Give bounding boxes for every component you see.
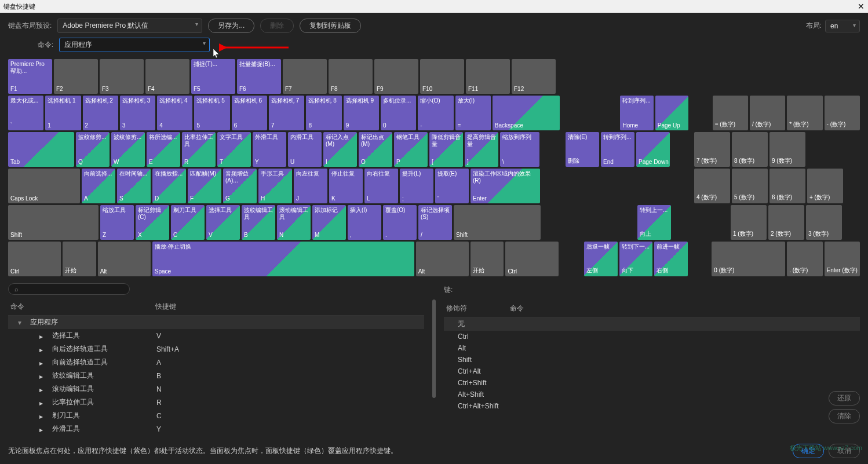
key-4[interactable]: 选择相机 44 — [157, 96, 192, 130]
key-i[interactable]: 标记入点(M)I — [323, 132, 357, 167]
modifier-row[interactable]: Alt+Shift — [444, 389, 860, 400]
key-[interactable]: 插入(I), — [348, 205, 381, 240]
key-0[interactable]: 多机位录...0 — [381, 96, 416, 130]
key-d[interactable]: 在播放指...D — [152, 169, 186, 203]
key-m[interactable]: 添加标记M — [312, 205, 346, 240]
key-[interactable]: / (数字) — [750, 96, 785, 130]
key-f10[interactable]: F10 — [420, 59, 464, 94]
key-3[interactable]: 3 (数字) — [806, 205, 842, 240]
key-3[interactable]: 选择相机 33 — [120, 96, 155, 130]
key-[interactable]: 转到下一...向下 — [619, 242, 652, 276]
key-f1[interactable]: Premiere Pro 帮助...F1 — [8, 59, 52, 94]
key-pagedown[interactable]: Page Down — [636, 132, 670, 167]
key-[interactable]: 缩放到序列\ — [500, 132, 539, 167]
key-backspace[interactable]: Backspace — [493, 96, 560, 130]
key-x[interactable]: 标记剪辑(C)X — [136, 205, 169, 240]
key-[interactable]: + (数字) — [807, 169, 843, 203]
modifier-row[interactable]: Alt — [444, 342, 860, 354]
key-tab[interactable]: Tab — [8, 132, 74, 167]
search-input[interactable] — [8, 283, 130, 295]
key-y[interactable]: 外滑工具Y — [253, 132, 286, 167]
key-4[interactable]: 4 (数字) — [694, 169, 730, 203]
key-[interactable]: 放大(I)= — [455, 96, 491, 130]
key-f5[interactable]: 捕捉(T)...F5 — [191, 59, 235, 94]
layout-dropdown[interactable]: en — [825, 20, 860, 32]
key-r[interactable]: 比率拉伸工具R — [182, 132, 216, 167]
key-[interactable]: 开始 — [471, 242, 504, 276]
key-f3[interactable]: F3 — [100, 59, 144, 94]
command-dropdown[interactable]: 应用程序 — [59, 38, 210, 52]
key-n[interactable]: 滚动编辑工具N — [277, 205, 311, 240]
command-row[interactable]: ▾应用程序 — [8, 316, 424, 329]
key-shift[interactable]: Shift — [8, 205, 99, 240]
key-2[interactable]: 选择相机 22 — [83, 96, 118, 130]
key-5[interactable]: 选择相机 55 — [194, 96, 229, 130]
key-9[interactable]: 选择相机 99 — [344, 96, 379, 130]
command-row[interactable]: ▸比率拉伸工具R — [8, 396, 424, 409]
key-g[interactable]: 音频增益(A)...G — [223, 169, 257, 203]
key-j[interactable]: 向左往复J — [294, 169, 327, 203]
scrollbar[interactable] — [432, 299, 436, 398]
command-row[interactable]: ▸滚动编辑工具N — [8, 382, 424, 396]
key-7[interactable]: 7 (数字) — [694, 132, 730, 167]
key-capslock[interactable]: Caps Lock — [8, 169, 80, 203]
key-1[interactable]: 选择相机 11 — [45, 96, 81, 130]
key-e[interactable]: 将所选编...E — [147, 132, 180, 167]
key-6[interactable]: 选择相机 66 — [232, 96, 267, 130]
key-1[interactable]: 1 (数字) — [731, 205, 767, 240]
command-row[interactable]: ▸剃刀工具C — [8, 409, 424, 422]
key-f6[interactable]: 批量捕捉(B)...F6 — [237, 59, 281, 94]
key-[interactable]: 转到上一...向上 — [637, 205, 671, 240]
key-[interactable]: = (数字) — [713, 96, 748, 130]
key-ctrl[interactable]: Ctrl — [8, 242, 61, 276]
key-[interactable]: 覆盖(O). — [383, 205, 417, 240]
key-alt[interactable]: Alt — [98, 242, 151, 276]
key-8[interactable]: 选择相机 88 — [306, 96, 341, 130]
key-f2[interactable]: F2 — [54, 59, 98, 94]
key-f9[interactable]: F9 — [374, 59, 418, 94]
key-u[interactable]: 内滑工具U — [288, 132, 322, 167]
key-c[interactable]: 剃刀工具C — [171, 205, 205, 240]
key-space[interactable]: 播放-停止切换Space — [152, 242, 414, 276]
cancel-button[interactable]: 取消 — [829, 444, 860, 458]
copy-clipboard-button[interactable]: 复制到剪贴板 — [300, 19, 361, 33]
key-[interactable]: * (数字) — [787, 96, 822, 130]
key-f11[interactable]: F11 — [466, 59, 510, 94]
key-pageup[interactable]: Page Up — [655, 96, 688, 130]
key-v[interactable]: 选择工具V — [206, 205, 240, 240]
modifier-row[interactable]: Ctrl+Alt — [444, 366, 860, 377]
key-enter[interactable]: Enter (数字) — [825, 242, 860, 276]
command-row[interactable]: ▸选择工具V — [8, 329, 424, 342]
key-a[interactable]: 向前选择...A — [82, 169, 115, 203]
save-as-button[interactable]: 另存为... — [208, 19, 254, 33]
modifier-row[interactable]: Ctrl — [444, 331, 860, 342]
modifier-row[interactable]: Ctrl+Shift — [444, 377, 860, 389]
key-[interactable]: 最大化或...` — [8, 96, 43, 130]
key-h[interactable]: 手形工具H — [258, 169, 292, 203]
key-w[interactable]: 波纹修剪...W — [111, 132, 145, 167]
command-row[interactable]: ▸向后选择轨道工具Shift+A — [8, 342, 424, 356]
key-k[interactable]: 停止往复K — [329, 169, 363, 203]
key-home[interactable]: 转到序列...Home — [620, 96, 653, 130]
clear-button[interactable]: 清除 — [829, 409, 860, 423]
key-ctrl[interactable]: Ctrl — [505, 242, 558, 276]
preset-dropdown[interactable]: Adobe Premiere Pro 默认值 — [57, 19, 202, 33]
command-row[interactable]: ▸波纹编辑工具B — [8, 369, 424, 382]
key-end[interactable]: 转到序列...End — [601, 132, 634, 167]
undo-button[interactable]: 还原 — [829, 391, 860, 405]
key-6[interactable]: 6 (数字) — [769, 169, 805, 203]
key-9[interactable]: 9 (数字) — [769, 132, 805, 167]
key-8[interactable]: 8 (数字) — [732, 132, 768, 167]
key-enter[interactable]: 渲染工作区域内的效果(R)Enter — [471, 169, 540, 203]
key-b[interactable]: 波纹编辑工具B — [242, 205, 275, 240]
key-[interactable]: - (数字) — [825, 96, 860, 130]
key-[interactable]: 提取(E)' — [435, 169, 469, 203]
key-shift[interactable]: Shift — [454, 205, 541, 240]
command-row[interactable]: ▸向前选择轨道工具A — [8, 356, 424, 369]
key-5[interactable]: 5 (数字) — [732, 169, 768, 203]
key-0[interactable]: 0 (数字) — [712, 242, 785, 276]
key-o[interactable]: 标记出点(M)O — [359, 132, 392, 167]
key-t[interactable]: 文字工具T — [217, 132, 251, 167]
key-alt[interactable]: Alt — [416, 242, 469, 276]
delete-button[interactable]: 删除 — [260, 19, 294, 33]
